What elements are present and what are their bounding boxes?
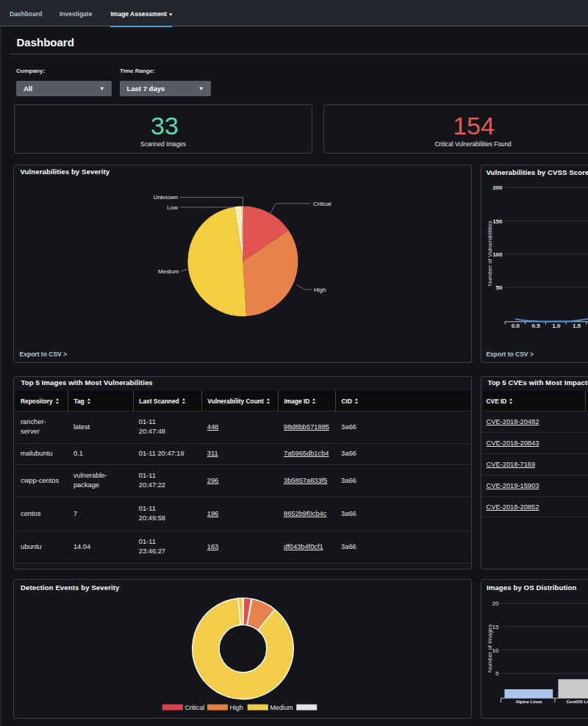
svg-text:10: 10 — [492, 647, 499, 654]
svg-text:Number of Images: Number of Images — [487, 625, 493, 673]
svg-text:20: 20 — [492, 600, 499, 607]
svg-text:15: 15 — [492, 624, 499, 630]
svg-text:Alpine Linux: Alpine Linux — [516, 699, 543, 704]
svg-text:5: 5 — [495, 670, 499, 677]
svg-text:CentOS Linux 7: CentOS Linux 7 — [566, 699, 588, 704]
